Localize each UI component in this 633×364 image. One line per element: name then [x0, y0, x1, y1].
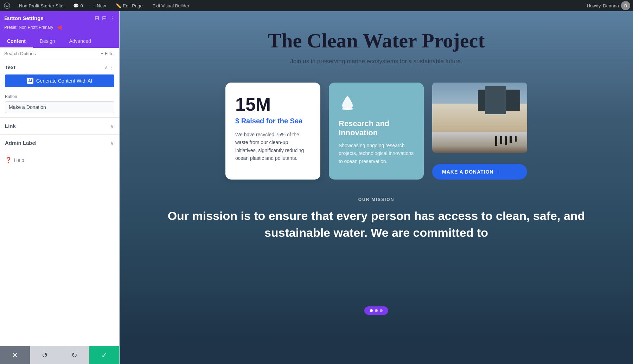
panel-header: Button Settings ⊞ ⊟ ⋮ Preset: Non Profit…	[0, 11, 119, 35]
search-input[interactable]	[4, 51, 98, 56]
plus-icon: +	[93, 3, 96, 8]
page-title: The Clean Water Project	[127, 29, 626, 52]
more-options-icon: ⋮	[109, 65, 114, 70]
preset-label: Preset: Non Profit Primary	[4, 25, 53, 30]
research-card-desc: Showcasing ongoing research projects, te…	[339, 142, 414, 165]
help-icon: ❓	[5, 157, 12, 163]
link-section-header[interactable]: Link ∨	[5, 118, 114, 134]
stat-body-text: We have recycled 75% of the waste from o…	[235, 131, 311, 162]
cards-section: 15M $ Raised for the Sea We have recycle…	[120, 76, 633, 187]
generate-ai-button[interactable]: AI Generate Content With AI	[5, 74, 114, 87]
button-text-input[interactable]	[5, 101, 114, 113]
filter-button[interactable]: + Filter	[101, 51, 115, 56]
dot-1	[370, 309, 373, 312]
text-section-header: Text ∧ ⋮	[0, 59, 119, 73]
comments-link[interactable]: 💬 0	[71, 0, 85, 11]
panel-header-icons: ⊞ ⊟ ⋮	[95, 15, 115, 21]
cancel-button[interactable]: ✕	[0, 346, 30, 364]
plus-icon: +	[101, 51, 104, 56]
hero-section: The Clean Water Project Join us in prese…	[120, 11, 633, 76]
exit-builder-link[interactable]: Exit Visual Builder	[151, 0, 192, 11]
admin-label-section: Admin Label ∨	[0, 134, 119, 151]
site-name-link[interactable]: Non Profit Starter Site	[17, 0, 65, 11]
research-card-heading: Research and Innovation	[339, 119, 414, 137]
mission-section: OUR MISSION Our mission is to ensure tha…	[120, 187, 633, 248]
new-content-link[interactable]: + New	[91, 0, 108, 11]
redo-button[interactable]: ↻	[60, 346, 90, 364]
admin-label-chevron-icon: ∨	[110, 139, 114, 146]
stat-number: 15M	[235, 94, 311, 115]
confirm-button[interactable]: ✓	[89, 346, 119, 364]
mission-text: Our mission is to ensure that every pers…	[148, 208, 605, 241]
wp-logo-icon[interactable]: W	[3, 1, 11, 10]
chevron-up-icon: ∧	[104, 65, 108, 70]
text-section-collapse[interactable]: ∧ ⋮	[104, 65, 114, 70]
dot-2	[375, 309, 378, 312]
tab-design[interactable]: Design	[33, 35, 62, 48]
preset-row: Preset: Non Profit Primary ◄	[4, 23, 115, 32]
mission-label: OUR MISSION	[148, 197, 605, 202]
main-content: The Clean Water Project Join us in prese…	[120, 11, 633, 364]
stat-card: 15M $ Raised for the Sea We have recycle…	[225, 83, 320, 180]
water-drop-icon	[339, 94, 414, 115]
admin-bar: W Non Profit Starter Site 💬 0 + New ✏️ E…	[0, 0, 633, 11]
admin-label-section-header[interactable]: Admin Label ∨	[5, 135, 114, 151]
left-panel: Button Settings ⊞ ⊟ ⋮ Preset: Non Profit…	[0, 11, 120, 364]
page-background: The Clean Water Project Join us in prese…	[120, 11, 633, 364]
edit-icon: ✏️	[116, 3, 121, 8]
panel-bottom-bar: ✕ ↺ ↻ ✓	[0, 346, 119, 364]
coastal-image	[432, 83, 527, 153]
tab-advanced[interactable]: Advanced	[62, 35, 98, 48]
button-field-label: Button	[5, 94, 114, 99]
panel-tabs: Content Design Advanced	[0, 35, 119, 48]
svg-rect-2	[342, 108, 353, 110]
panel-icon-more[interactable]: ⋮	[109, 15, 115, 21]
link-chevron-icon: ∨	[110, 123, 114, 129]
button-field-group: Button	[0, 91, 119, 117]
comment-icon: 💬	[73, 3, 79, 8]
stat-label: $ Raised for the Sea	[235, 117, 311, 125]
help-section[interactable]: ❓ Help	[0, 151, 119, 169]
tab-content[interactable]: Content	[0, 35, 33, 48]
user-avatar: D	[621, 1, 630, 10]
dots-container	[364, 306, 388, 315]
admin-label-label: Admin Label	[5, 140, 37, 146]
text-section-title: Text	[5, 64, 15, 70]
page-subtitle: Join us in preserving marine ecosystems …	[127, 58, 626, 65]
loading-indicator	[364, 306, 388, 315]
donate-button[interactable]: MAKE A DONATION →	[432, 164, 527, 180]
dot-3	[380, 309, 383, 312]
preset-arrow-indicator: ◄	[55, 23, 63, 32]
donate-column: MAKE A DONATION →	[432, 83, 527, 180]
link-section-label: Link	[5, 123, 16, 129]
panel-content: Text ∧ ⋮ AI Generate Content With AI But…	[0, 59, 119, 346]
edit-page-link[interactable]: ✏️ Edit Page	[114, 0, 145, 11]
search-row: + Filter	[0, 48, 119, 59]
svg-text:W: W	[6, 4, 9, 8]
undo-button[interactable]: ↺	[30, 346, 60, 364]
link-section: Link ∨	[0, 117, 119, 134]
panel-icon-copy[interactable]: ⊞	[95, 15, 99, 21]
silhouettes	[495, 136, 517, 146]
research-card: Research and Innovation Showcasing ongoi…	[329, 83, 424, 180]
panel-icon-layout[interactable]: ⊟	[102, 15, 107, 21]
ai-icon: AI	[27, 78, 33, 84]
user-menu[interactable]: Howdy, Deanna D	[587, 1, 630, 10]
panel-title: Button Settings	[4, 15, 44, 21]
